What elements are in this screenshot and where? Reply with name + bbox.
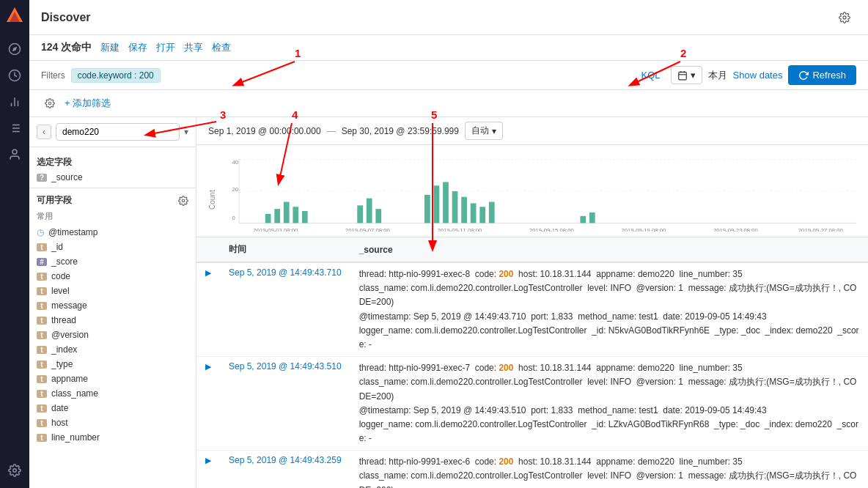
field-item-appname[interactable]: t appname: [29, 371, 196, 386]
auto-select-button[interactable]: 自动 ▾: [465, 122, 503, 140]
add-filter-link[interactable]: + 添加筛选: [65, 97, 111, 110]
field-type-timestamp: ◷: [37, 227, 44, 237]
share-link[interactable]: 共享: [184, 41, 203, 54]
available-fields-header: 可用字段: [29, 191, 196, 208]
svg-rect-37: [375, 209, 381, 223]
field-type-badge-version: t: [37, 331, 47, 339]
chart-area: Count 40 20 0: [196, 145, 868, 237]
nav-chart-icon[interactable]: [3, 90, 26, 114]
filter-tag[interactable]: code.keyword : 200: [71, 68, 161, 83]
svg-rect-38: [424, 195, 430, 223]
sidebar-search-area: ‹ ▾: [29, 117, 196, 147]
field-item-code[interactable]: t code: [29, 269, 196, 284]
svg-point-22: [182, 199, 185, 202]
sidebar-search-dropdown-icon[interactable]: ▾: [184, 127, 188, 137]
field-item-message[interactable]: t message: [29, 298, 196, 313]
field-item-index[interactable]: t _index: [29, 342, 196, 357]
date-chevron-down-icon: ▾: [691, 70, 696, 81]
row-expand-button-2[interactable]: ▶: [205, 362, 211, 371]
svg-rect-34: [302, 211, 308, 223]
field-type-badge-level: t: [37, 287, 47, 295]
filter-gear-icon[interactable]: [41, 95, 59, 112]
field-name-message: message: [51, 300, 87, 311]
field-name-source: _source: [51, 172, 83, 182]
chart-container: 40 20 0: [219, 151, 856, 234]
available-fields-label: 可用字段: [37, 194, 72, 207]
new-link[interactable]: 新建: [100, 41, 119, 54]
field-item-score[interactable]: # _score: [29, 254, 196, 269]
field-item-level[interactable]: t level: [29, 284, 196, 298]
result-source-1: thread: http-nio-9991-exec-8 code: 200 h…: [350, 262, 868, 357]
result-source-2: thread: http-nio-9991-exec-7 code: 200 h…: [350, 357, 868, 451]
global-settings-icon[interactable]: [833, 6, 856, 29]
refresh-button[interactable]: Refresh: [788, 65, 856, 85]
field-item-version[interactable]: t @version: [29, 328, 196, 342]
field-type-badge-score: #: [37, 258, 47, 266]
result-time-2[interactable]: Sep 5, 2019 @ 14:49:43.510: [220, 357, 350, 451]
nav-user-icon[interactable]: [3, 143, 26, 166]
svg-rect-33: [293, 207, 298, 223]
kql-button[interactable]: KQL: [637, 68, 665, 82]
available-fields-gear-icon[interactable]: [178, 196, 188, 206]
save-link[interactable]: 保存: [128, 41, 147, 54]
field-item-host[interactable]: t host: [29, 415, 196, 430]
nav-settings-icon[interactable]: [3, 459, 26, 482]
field-type-badge-date: t: [37, 404, 47, 413]
inspect-link[interactable]: 检查: [212, 41, 231, 54]
field-item-type[interactable]: t _type: [29, 357, 196, 371]
kql-input[interactable]: [166, 70, 631, 81]
chart-svg: 40 20 0: [219, 151, 856, 232]
field-item-line-number[interactable]: t line_number: [29, 430, 196, 445]
top-bar-actions: [833, 6, 856, 29]
results-area: 时间 _source ▶ Sep 5, 2019 @ 14:49:43.710 …: [196, 237, 868, 488]
svg-rect-39: [434, 185, 440, 223]
sidebar-search-input[interactable]: [56, 123, 180, 141]
nav-compass-icon[interactable]: [3, 37, 26, 61]
result-time-1[interactable]: Sep 5, 2019 @ 14:49:43.710: [220, 262, 350, 357]
logo[interactable]: [5, 6, 24, 27]
common-section-label: 常用: [29, 208, 196, 225]
page-title: Discover: [41, 11, 91, 24]
svg-text:0: 0: [232, 215, 235, 221]
field-item-date[interactable]: t date: [29, 401, 196, 415]
row-expand-button[interactable]: ▶: [205, 268, 211, 278]
open-link[interactable]: 打开: [156, 41, 175, 54]
svg-rect-44: [479, 207, 485, 223]
selected-fields-label: 选定字段: [29, 153, 196, 170]
field-item-timestamp[interactable]: ◷ @timestamp: [29, 225, 196, 240]
time-range-separator: —: [327, 126, 336, 136]
show-dates-button[interactable]: Show dates: [733, 70, 783, 81]
time-range-end: Sep 30, 2019 @ 23:59:59.999: [342, 126, 459, 136]
auto-chevron-down-icon: ▾: [492, 126, 496, 136]
field-item-thread[interactable]: t thread: [29, 313, 196, 328]
col-source-header: _source: [350, 237, 868, 262]
svg-point-21: [48, 102, 51, 105]
field-name-timestamp: @timestamp: [48, 227, 98, 237]
nav-clock-icon[interactable]: [3, 64, 26, 87]
field-item-class-name[interactable]: t class_name: [29, 386, 196, 401]
field-type-badge-thread: t: [37, 317, 47, 325]
svg-rect-17: [678, 72, 686, 80]
svg-marker-3: [12, 47, 17, 51]
table-row: ▶ Sep 5, 2019 @ 14:49:43.510 thread: htt…: [196, 357, 868, 451]
svg-rect-46: [580, 216, 586, 223]
field-item-id[interactable]: t _id: [29, 240, 196, 254]
result-time-3[interactable]: Sep 5, 2019 @ 14:49:43.259: [220, 451, 350, 488]
time-range-bar: Sep 1, 2019 @ 00:00:00.000 — Sep 30, 201…: [196, 117, 868, 145]
col-expand: [196, 237, 220, 262]
date-icon-button[interactable]: ▾: [671, 66, 702, 84]
sidebar-collapse-icon[interactable]: ‹: [37, 125, 51, 139]
left-sidebar: ‹ ▾ 选定字段 ? _source 可用字段: [29, 117, 196, 488]
sub-toolbar: 124 次命中 新建 保存 打开 共享 检查: [29, 35, 868, 61]
sidebar-content: 选定字段 ? _source 可用字段 常用 ◷ @times: [29, 147, 196, 488]
field-name-version: @version: [51, 330, 89, 340]
field-type-badge-type: t: [37, 361, 47, 369]
field-name-score: _score: [51, 256, 78, 267]
nav-list-icon[interactable]: [3, 117, 26, 140]
field-type-badge-index: t: [37, 346, 47, 354]
row-expand-button-3[interactable]: ▶: [205, 456, 211, 465]
main-content: Discover 124 次命中 新建 保存 打开 共享 检查 Filters …: [29, 0, 868, 488]
svg-rect-36: [367, 199, 372, 223]
table-row: ▶ Sep 5, 2019 @ 14:49:43.259 thread: htt…: [196, 451, 868, 488]
field-item-source[interactable]: ? _source: [29, 170, 196, 185]
